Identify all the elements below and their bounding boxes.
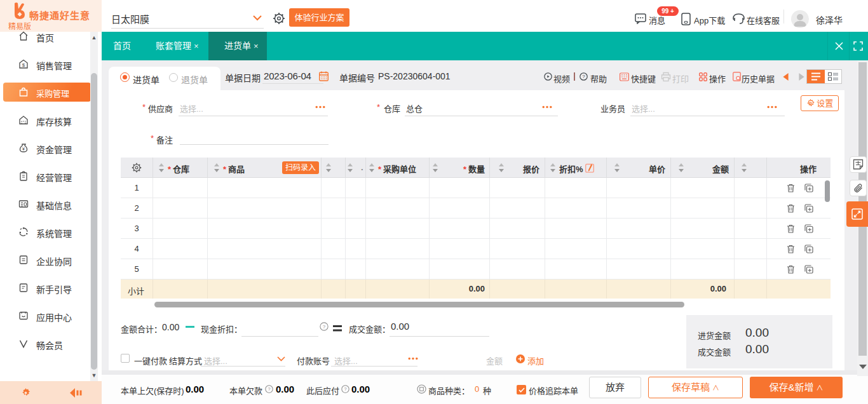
svg-text:?: ? <box>344 386 346 392</box>
svg-text:?: ? <box>323 324 326 330</box>
svg-text:?: ? <box>268 386 270 392</box>
svg-text:?: ? <box>582 74 585 79</box>
svg-text:¥: ¥ <box>22 147 25 151</box>
svg-text:$: $ <box>22 62 25 68</box>
